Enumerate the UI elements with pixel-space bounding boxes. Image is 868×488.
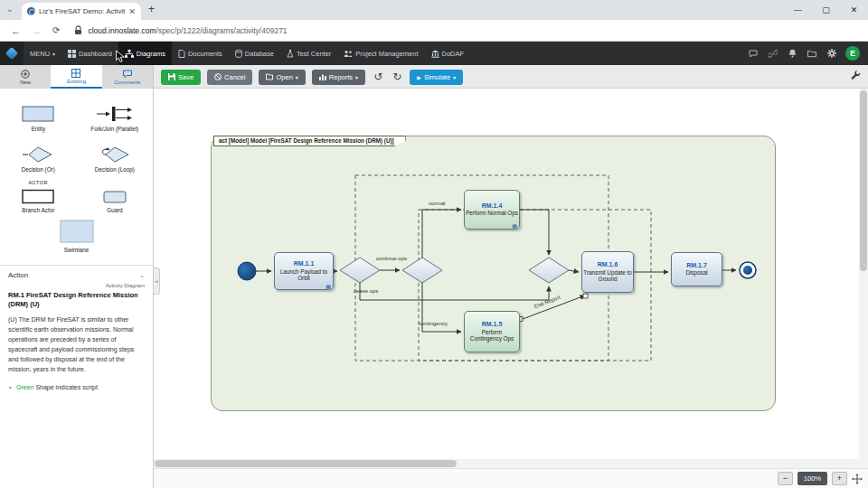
save-button[interactable]: Save: [161, 70, 201, 85]
save-label: Save: [178, 73, 193, 81]
vertical-scrollbar-thumb[interactable]: [860, 90, 867, 271]
edge-label-contingency[interactable]: contingency: [419, 321, 448, 326]
palette-item-swimlane[interactable]: Swimlane: [0, 218, 153, 258]
forward-button[interactable]: →: [32, 25, 42, 36]
user-avatar[interactable]: E: [845, 46, 860, 61]
link-icon[interactable]: [763, 42, 783, 65]
chat-icon[interactable]: [743, 42, 763, 65]
window-minimize-button[interactable]: —: [784, 0, 812, 20]
edge-normal[interactable]: [422, 210, 461, 258]
start-node[interactable]: [238, 262, 256, 280]
tab-label: New: [20, 80, 31, 85]
edge-label-normal[interactable]: normal: [429, 201, 445, 206]
decision-node-1[interactable]: [340, 258, 380, 283]
nav-item-dashboard[interactable]: Dashboard: [61, 42, 118, 65]
nav-label: Project Management: [355, 50, 418, 58]
nav-item-documents[interactable]: Documents: [172, 42, 229, 65]
script-table-icon: ▦: [326, 284, 331, 289]
new-tab-button[interactable]: +: [148, 3, 155, 15]
palette-item-guard[interactable]: Guard: [77, 177, 154, 218]
innoslate-logo[interactable]: [0, 42, 24, 65]
simulate-caret-icon: ▾: [453, 74, 456, 80]
palette-item-entity[interactable]: Entity: [0, 96, 77, 136]
edge-cease-ops[interactable]: [360, 283, 549, 300]
nav-item-database[interactable]: Database: [229, 42, 280, 65]
nav-item-test-center[interactable]: Test Center: [280, 42, 337, 65]
join-node[interactable]: [529, 258, 569, 283]
tab-comments[interactable]: Comments: [102, 65, 153, 89]
edge-label-cease-ops[interactable]: cease ops: [354, 288, 378, 294]
pan-move-icon[interactable]: [852, 474, 863, 484]
swimlane-shape-icon: [58, 219, 96, 244]
open-caret-icon: ▾: [296, 74, 298, 80]
redo-button[interactable]: ↻: [392, 70, 401, 83]
menu-dropdown[interactable]: MENU ▾: [24, 42, 61, 65]
sidebar-collapse-handle[interactable]: ◂: [154, 267, 160, 295]
tab-close-icon[interactable]: ✕: [128, 7, 136, 16]
play-icon: ▶: [417, 74, 421, 80]
cancel-button[interactable]: Cancel: [207, 70, 252, 85]
diagram-settings-wrench-icon[interactable]: [851, 70, 861, 80]
edge-rm14-to-join[interactable]: [520, 210, 549, 255]
node-id: RM.1.5: [482, 321, 503, 328]
node-id: RM.1.7: [686, 262, 707, 269]
palette-tabs: New Existing Comments: [0, 65, 154, 89]
palette-label: Branch Actor: [22, 207, 54, 214]
zoom-out-button[interactable]: −: [778, 472, 793, 485]
diagram-description: (U) The DRM for FireSAT is similar to ot…: [0, 310, 153, 375]
browser-titlebar: ⌄ Liz's FireSAT Demo: Activity Diag ✕ + …: [0, 0, 868, 20]
action-node-rm11[interactable]: RM.1.1 Launch Payload to Orbit ▦: [274, 252, 334, 290]
end-node-core: [743, 266, 752, 275]
reports-button[interactable]: Reports ▾: [312, 70, 365, 85]
edge-join-to-rm16[interactable]: [569, 270, 579, 272]
edge-label-continue-ops[interactable]: continue ops: [376, 256, 407, 261]
refresh-button[interactable]: ⟳: [52, 25, 60, 35]
open-button[interactable]: Open ▾: [259, 70, 305, 85]
app-navbar: MENU ▾ Dashboard Diagrams Documents Data…: [0, 42, 868, 65]
nav-item-diagrams[interactable]: Diagrams: [118, 42, 172, 65]
window-maximize-button[interactable]: ▢: [812, 0, 840, 20]
url-path: /spec/p/1222/diagrams/activity/409271: [156, 26, 288, 35]
shape-palette-sidebar: Entity Fork/Join (Parallel) Decision (Or…: [0, 89, 154, 488]
script-hint-bullet: Green Shape indicates script: [0, 375, 153, 390]
action-node-rm14[interactable]: RM.1.4 Perform Normal Ops ▦: [464, 190, 520, 230]
document-icon: [178, 50, 185, 58]
horizontal-scrollbar[interactable]: [154, 459, 868, 468]
settings-gear-icon[interactable]: [822, 42, 842, 65]
window-close-button[interactable]: ✕: [840, 0, 868, 20]
palette-item-branch-actor[interactable]: ACTOR Branch Actor: [0, 177, 77, 218]
diagram-canvas[interactable]: act [Model] Model [FireSAT Design Refere…: [154, 89, 868, 488]
undo-button[interactable]: ↺: [373, 70, 382, 83]
folder-icon[interactable]: [802, 42, 822, 65]
url-text[interactable]: cloud.innoslate.com/spec/p/1222/diagrams…: [88, 26, 287, 35]
frame-title-label[interactable]: act [Model] Model [FireSAT Design Refere…: [213, 136, 406, 146]
notifications-bell-icon[interactable]: [783, 42, 802, 65]
node-name: Perform Contingency Ops: [466, 329, 518, 343]
nav-label: Diagrams: [137, 50, 165, 58]
vertical-scrollbar[interactable]: [859, 89, 868, 459]
action-node-rm16[interactable]: RM.1.6 Transmit Update to Ground: [581, 251, 634, 293]
horizontal-scrollbar-thumb[interactable]: [155, 460, 457, 467]
nav-item-dodaf[interactable]: DoDAF: [425, 42, 471, 65]
palette-item-decision-or[interactable]: Decision (Or): [0, 136, 77, 177]
tab-search-chevron-icon[interactable]: ⌄: [6, 5, 14, 14]
decision-node-2[interactable]: [402, 258, 442, 283]
zoom-in-button[interactable]: +: [832, 472, 847, 485]
action-node-rm15[interactable]: RM.1.5 Perform Contingency Ops: [464, 311, 520, 352]
action-node-rm17[interactable]: RM.1.7 Disposal: [671, 252, 722, 286]
entity-shape-icon: [20, 105, 56, 123]
action-section-header[interactable]: Action ⌄: [0, 265, 153, 283]
back-button[interactable]: ←: [11, 25, 21, 36]
tab-label: Existing: [67, 79, 86, 84]
tab-label: Comments: [114, 80, 140, 85]
browser-addressbar: ← → ⟳ cloud.innoslate.com/spec/p/1222/di…: [0, 20, 868, 42]
palette-item-fork-join[interactable]: Fork/Join (Parallel): [77, 96, 154, 136]
port-rm16-in[interactable]: [583, 294, 588, 298]
browser-tab[interactable]: Liz's FireSAT Demo: Activity Diag ✕: [22, 3, 141, 20]
simulate-button[interactable]: ▶ Simulate ▾: [410, 70, 463, 85]
tab-existing[interactable]: Existing: [51, 65, 101, 89]
lock-icon[interactable]: [74, 25, 82, 35]
palette-item-decision-loop[interactable]: Decision (Loop): [77, 136, 154, 177]
tab-new[interactable]: New: [0, 65, 51, 89]
nav-item-project-management[interactable]: Project Management: [337, 42, 424, 65]
